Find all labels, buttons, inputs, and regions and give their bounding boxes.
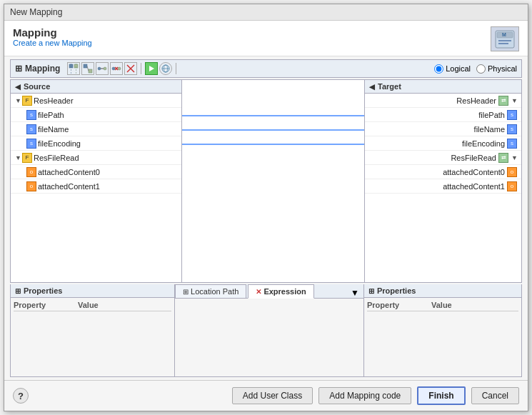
fileencoding-icon: s (26, 139, 36, 149)
target-tree[interactable]: ResHeader ⇄ ▼ filePath s fileName s (365, 94, 521, 282)
bottom-left-grid-icon: ⊞ (15, 287, 21, 295)
toolbar-btn-3[interactable] (96, 62, 109, 75)
bottom-right-col-property: Property (367, 301, 431, 309)
view-mode-radio-group: Logical Physical (434, 64, 517, 74)
bottom-left-col-value: Value (78, 301, 171, 309)
dialog-footer: ? Add User Class Add Mapping code Finish… (4, 380, 528, 411)
svg-point-16 (118, 67, 121, 70)
target-item-filepath[interactable]: filePath s (365, 108, 521, 122)
footer-left: ? (13, 388, 29, 404)
finish-button[interactable]: Finish (417, 386, 465, 405)
t-filename-icon: s (507, 124, 517, 134)
physical-radio-label[interactable]: Physical (476, 64, 517, 74)
svg-rect-10 (89, 69, 92, 73)
tree-item-resfileread[interactable]: ▼ F ResFileRead (11, 151, 181, 165)
t-filepath-label: filePath (478, 111, 505, 119)
target-item-t-content1[interactable]: attachedContent1 o (365, 179, 521, 194)
expression-content (175, 299, 363, 376)
source-tree[interactable]: ▼ F ResHeader s filePath s fileNam (11, 94, 181, 282)
t-content0-label: attachedContent0 (443, 168, 505, 176)
t-resfileread-label: ResFileRead (451, 154, 496, 162)
mapping-toolbar-label: ⊞ Mapping (15, 64, 60, 74)
resheader-folder-icon: F (22, 96, 32, 106)
header-section: Mapping Create a new Mapping M (4, 21, 528, 56)
tab-expression[interactable]: ✕ Expression (248, 284, 313, 299)
t-resheader-label: ResHeader (456, 96, 496, 105)
toolbar-separator-1 (141, 63, 141, 74)
title-bar: New Mapping (4, 4, 528, 21)
source-header-label: Source (24, 82, 50, 91)
expression-tab-icon: ✕ (256, 288, 261, 296)
location-tab-icon: ⊞ (183, 288, 189, 296)
new-mapping-dialog: New Mapping Mapping Create a new Mapping… (4, 4, 528, 411)
t-filepath-icon: s (507, 110, 517, 120)
expand-resfileread[interactable]: ▼ (15, 154, 22, 161)
t-expand-resfileread[interactable]: ▼ (511, 154, 518, 161)
bottom-right-header: ⊞ Properties (364, 284, 521, 298)
t-resfileread-icon: ⇄ (498, 153, 508, 163)
toolbar-btn-globe[interactable] (159, 62, 172, 75)
resfileread-label: ResFileRead (34, 154, 79, 162)
filename-icon: s (26, 124, 36, 134)
svg-marker-21 (149, 66, 154, 71)
filename-label: fileName (38, 125, 69, 134)
physical-radio[interactable] (476, 64, 486, 74)
bottom-right-grid-icon: ⊞ (368, 287, 374, 295)
mapping-grid-icon: ⊞ (15, 64, 22, 74)
tree-item-resheader[interactable]: ▼ F ResHeader (11, 94, 181, 108)
filepath-icon: s (26, 110, 36, 120)
tab-location-path[interactable]: ⊞ Location Path (175, 284, 246, 298)
bottom-panels: ⊞ Properties Property Value ⊞ Location P… (10, 284, 522, 377)
target-item-filename[interactable]: fileName s (365, 122, 521, 136)
toolbar-btn-2[interactable] (81, 62, 94, 75)
bottom-left-header: ⊞ Properties (11, 284, 174, 298)
svg-point-13 (104, 67, 106, 70)
t-filename-label: fileName (474, 125, 505, 134)
target-item-fileencoding[interactable]: fileEncoding s (365, 136, 521, 151)
tree-item-filepath-s[interactable]: s filePath (11, 108, 181, 122)
mapping-toolbar: ⊞ Mapping (10, 59, 522, 78)
tree-item-content1[interactable]: o attachedContent1 (11, 179, 181, 194)
header-subtitle[interactable]: Create a new Mapping (13, 39, 92, 47)
svg-rect-9 (84, 64, 87, 68)
target-item-resheader[interactable]: ResHeader ⇄ ▼ (365, 94, 521, 108)
toolbar-btn-5[interactable] (124, 62, 137, 75)
t-content1-icon: o (507, 181, 517, 191)
expand-resheader[interactable]: ▼ (15, 97, 22, 104)
dropdown-arrow-icon[interactable]: ▼ (346, 288, 363, 298)
t-expand-resheader[interactable]: ▼ (511, 97, 518, 104)
target-item-resfileread[interactable]: ResFileRead ⇄ ▼ (365, 151, 521, 165)
content0-icon: o (26, 167, 36, 177)
toolbar-btn-4[interactable] (110, 62, 123, 75)
bottom-right-title: Properties (377, 286, 416, 295)
tab-dropdown[interactable]: ▼ (346, 288, 363, 298)
toolbar-btn-green[interactable] (145, 62, 158, 75)
source-panel-header: ◀ Source (11, 80, 181, 94)
tree-item-filename-s[interactable]: s fileName (11, 122, 181, 136)
tree-item-fileencoding-s[interactable]: s fileEncoding (11, 136, 181, 151)
t-resheader-icon: ⇄ (498, 96, 508, 106)
toolbar-separator-2 (176, 63, 176, 74)
t-content0-icon: o (507, 167, 517, 177)
content0-label: attachedContent0 (38, 168, 100, 176)
logical-radio-label[interactable]: Logical (434, 64, 471, 74)
bottom-left-props-table: Property Value (11, 298, 174, 316)
cancel-button[interactable]: Cancel (471, 387, 519, 404)
add-user-class-button[interactable]: Add User Class (232, 387, 313, 404)
target-collapse-icon[interactable]: ◀ (369, 83, 375, 91)
expression-tab-label: Expression (264, 287, 306, 296)
help-button[interactable]: ? (13, 388, 29, 404)
resfileread-folder-icon: F (22, 153, 32, 163)
bottom-left-col-property: Property (14, 301, 78, 309)
svg-point-12 (98, 67, 101, 70)
resheader-label: ResHeader (34, 96, 74, 105)
logical-radio[interactable] (434, 64, 443, 74)
toolbar-btn-1[interactable] (67, 62, 80, 75)
source-collapse-icon[interactable]: ◀ (15, 83, 21, 91)
tree-item-content0[interactable]: o attachedContent0 (11, 165, 181, 179)
mapping-content-area: ◀ Source ▼ F ResHeader s (10, 79, 522, 283)
add-mapping-code-button[interactable]: Add Mapping code (318, 387, 411, 404)
svg-point-15 (112, 67, 115, 70)
target-item-t-content0[interactable]: attachedContent0 o (365, 165, 521, 179)
target-panel-header: ◀ Target (365, 80, 521, 94)
